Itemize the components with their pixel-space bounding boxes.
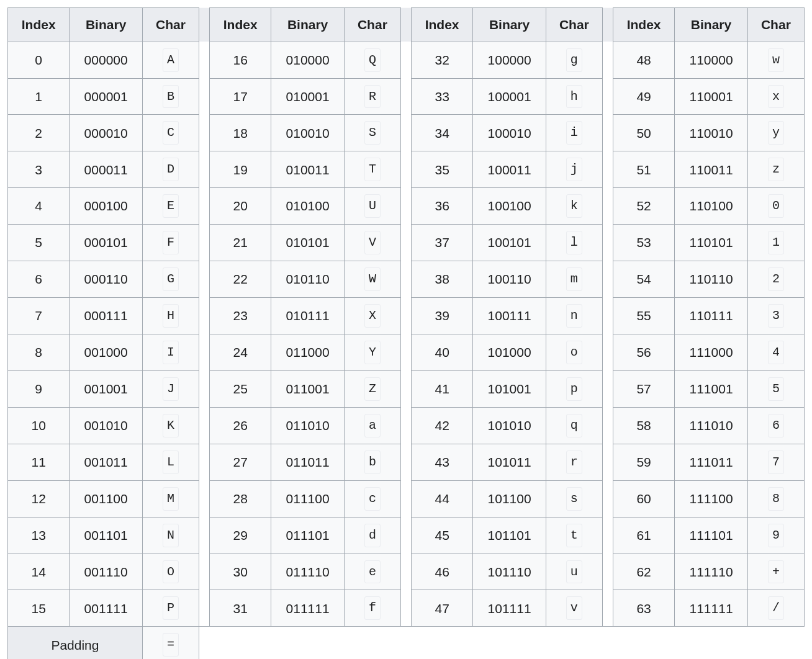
column-separator — [199, 590, 209, 627]
cell-binary: 011010 — [271, 407, 344, 444]
cell-binary: 100001 — [473, 78, 546, 115]
cell-index: 0 — [8, 42, 70, 78]
char-code: H — [163, 304, 179, 328]
char-code: B — [163, 85, 179, 109]
cell-binary: 110000 — [675, 42, 747, 78]
cell-char: u — [546, 554, 602, 590]
char-code: I — [163, 341, 179, 364]
cell-index: 2 — [8, 115, 70, 151]
cell-char: l — [546, 225, 602, 261]
cell-index: 45 — [411, 517, 472, 554]
column-separator — [602, 407, 613, 444]
cell-binary: 101100 — [473, 480, 546, 517]
char-code: b — [364, 451, 381, 474]
cell-index: 46 — [411, 554, 472, 590]
char-code: R — [364, 85, 381, 109]
table-row: 4000100E20010100U36100100k521101000 — [8, 188, 805, 225]
column-separator — [400, 298, 411, 334]
cell-binary: 111010 — [675, 407, 747, 444]
cell-char: t — [546, 517, 602, 554]
column-separator — [199, 554, 209, 590]
char-code: P — [163, 596, 179, 620]
char-code: k — [566, 194, 582, 218]
cell-char: U — [344, 188, 400, 225]
cell-binary: 010101 — [271, 225, 344, 261]
cell-char: o — [546, 334, 602, 370]
cell-char: Q — [344, 42, 400, 78]
cell-binary: 011000 — [271, 334, 344, 370]
column-separator — [199, 78, 209, 115]
cell-binary: 100110 — [473, 261, 546, 298]
cell-index: 36 — [411, 188, 472, 225]
column-separator — [602, 517, 613, 554]
cell-binary: 110111 — [675, 298, 747, 334]
cell-binary: 010110 — [271, 261, 344, 298]
char-code: a — [364, 414, 381, 437]
char-code: m — [566, 267, 582, 291]
cell-index: 19 — [209, 151, 271, 188]
cell-char: m — [546, 261, 602, 298]
cell-binary: 110100 — [675, 188, 747, 225]
column-separator — [199, 444, 209, 480]
cell-binary: 001001 — [70, 370, 142, 407]
char-code: N — [163, 524, 179, 547]
cell-index: 29 — [209, 517, 271, 554]
base64-alphabet-table: IndexBinaryCharIndexBinaryCharIndexBinar… — [7, 7, 805, 659]
char-code: O — [163, 560, 179, 584]
char-code: C — [163, 121, 179, 145]
char-code: D — [163, 158, 179, 181]
char-code: E — [163, 194, 179, 218]
cell-char: i — [546, 115, 602, 151]
cell-char: 1 — [747, 225, 804, 261]
cell-index: 24 — [209, 334, 271, 370]
column-header-binary: Binary — [473, 8, 546, 42]
char-code: S — [364, 121, 381, 145]
cell-binary: 110001 — [675, 78, 747, 115]
cell-index: 41 — [411, 370, 472, 407]
cell-char: x — [747, 78, 804, 115]
char-code: u — [566, 560, 582, 584]
cell-index: 50 — [613, 115, 674, 151]
cell-char: W — [344, 261, 400, 298]
char-code: G — [163, 267, 179, 291]
column-separator — [400, 115, 411, 151]
cell-binary: 110011 — [675, 151, 747, 188]
cell-binary: 110110 — [675, 261, 747, 298]
cell-index: 35 — [411, 151, 472, 188]
column-separator — [199, 42, 209, 78]
cell-binary: 111000 — [675, 334, 747, 370]
column-header-char: Char — [747, 8, 804, 42]
column-separator — [400, 370, 411, 407]
column-header-char: Char — [142, 8, 199, 42]
column-separator — [400, 78, 411, 115]
cell-binary: 000110 — [70, 261, 142, 298]
cell-char: D — [142, 151, 199, 188]
column-header-binary: Binary — [675, 8, 747, 42]
char-code: T — [364, 158, 381, 181]
cell-binary: 001010 — [70, 407, 142, 444]
cell-index: 42 — [411, 407, 472, 444]
column-separator — [199, 407, 209, 444]
table-row: 2000010C18010010S34100010i50110010y — [8, 115, 805, 151]
column-separator — [602, 480, 613, 517]
column-separator — [199, 298, 209, 334]
cell-char: P — [142, 590, 199, 627]
column-separator — [400, 8, 411, 42]
cell-index: 20 — [209, 188, 271, 225]
cell-char: Z — [344, 370, 400, 407]
cell-index: 28 — [209, 480, 271, 517]
column-header-index: Index — [411, 8, 472, 42]
cell-binary: 100010 — [473, 115, 546, 151]
cell-binary: 100000 — [473, 42, 546, 78]
column-header-index: Index — [209, 8, 271, 42]
cell-binary: 101010 — [473, 407, 546, 444]
cell-char: k — [546, 188, 602, 225]
cell-char: L — [142, 444, 199, 480]
cell-char: Y — [344, 334, 400, 370]
char-code: t — [566, 524, 582, 547]
cell-binary: 001110 — [70, 554, 142, 590]
table-row: 1000001B17010001R33100001h49110001x — [8, 78, 805, 115]
cell-binary: 100011 — [473, 151, 546, 188]
cell-index: 33 — [411, 78, 472, 115]
padding-rest — [199, 627, 804, 659]
